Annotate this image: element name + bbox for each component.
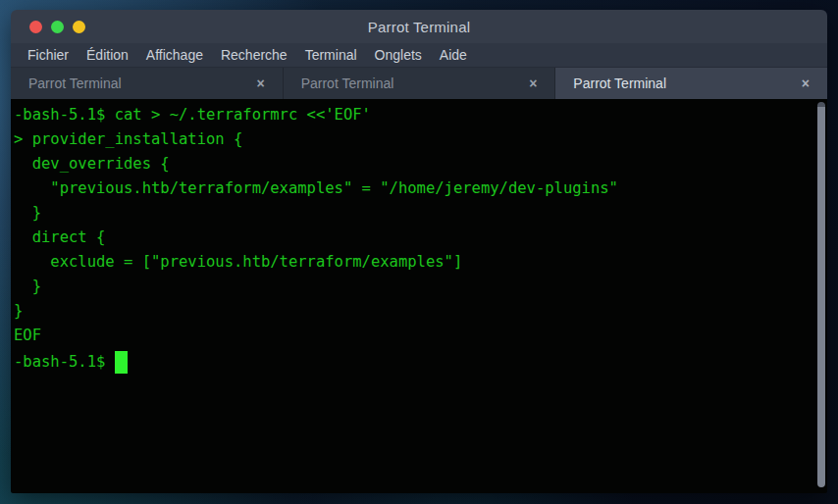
menu-edition[interactable]: Édition	[78, 47, 137, 63]
terminal-line: }	[14, 201, 819, 226]
terminal-line: exclude = ["previous.htb/terraform/examp…	[14, 250, 819, 275]
menu-terminal[interactable]: Terminal	[296, 47, 366, 63]
scrollbar-track[interactable]	[816, 99, 826, 491]
close-tab-icon[interactable]: ×	[256, 76, 264, 91]
terminal-window: Parrot Terminal Fichier Édition Affichag…	[11, 10, 827, 493]
menu-aide[interactable]: Aide	[431, 47, 476, 63]
close-tab-icon[interactable]: ×	[529, 76, 537, 91]
tab-label: Parrot Terminal	[573, 76, 666, 91]
tab-parrot-terminal-1[interactable]: Parrot Terminal ×	[11, 68, 284, 99]
terminal-line: "previous.htb/terraform/examples" = "/ho…	[14, 176, 819, 201]
menu-recherche[interactable]: Recherche	[212, 47, 296, 63]
terminal-line: EOF	[14, 324, 819, 348]
terminal-line: }	[14, 299, 819, 324]
terminal-output-area[interactable]: -bash-5.1$ cat > ~/.terraformrc <<'EOF' …	[11, 99, 827, 493]
menu-fichier[interactable]: Fichier	[19, 47, 78, 63]
close-tab-icon[interactable]: ×	[802, 76, 810, 91]
terminal-line: }	[14, 275, 819, 299]
menu-affichage[interactable]: Affichage	[137, 47, 212, 63]
title-bar[interactable]: Parrot Terminal	[11, 10, 827, 43]
terminal-line: -bash-5.1$ cat > ~/.terraformrc <<'EOF'	[14, 103, 819, 127]
terminal-line: > provider_installation {	[14, 127, 819, 152]
terminal-line: dev_overrides {	[14, 152, 819, 176]
shell-prompt: -bash-5.1$	[14, 353, 115, 371]
terminal-line: direct {	[14, 226, 819, 250]
tab-label: Parrot Terminal	[301, 76, 394, 91]
close-window-icon[interactable]	[29, 21, 42, 33]
tab-label: Parrot Terminal	[28, 76, 122, 91]
menu-bar: Fichier Édition Affichage Recherche Term…	[11, 43, 827, 68]
menu-onglets[interactable]: Onglets	[366, 47, 431, 63]
minimize-window-icon[interactable]	[51, 21, 64, 33]
tab-parrot-terminal-2[interactable]: Parrot Terminal ×	[284, 68, 556, 99]
terminal-cursor	[115, 351, 128, 374]
maximize-window-icon[interactable]	[73, 21, 85, 33]
tab-bar: Parrot Terminal × Parrot Terminal × Parr…	[11, 68, 827, 99]
scrollbar-thumb[interactable]	[817, 102, 825, 487]
window-controls	[29, 10, 85, 43]
terminal-prompt-line: -bash-5.1$	[14, 348, 819, 375]
window-title: Parrot Terminal	[368, 19, 470, 35]
tab-parrot-terminal-3-active[interactable]: Parrot Terminal ×	[555, 68, 827, 99]
